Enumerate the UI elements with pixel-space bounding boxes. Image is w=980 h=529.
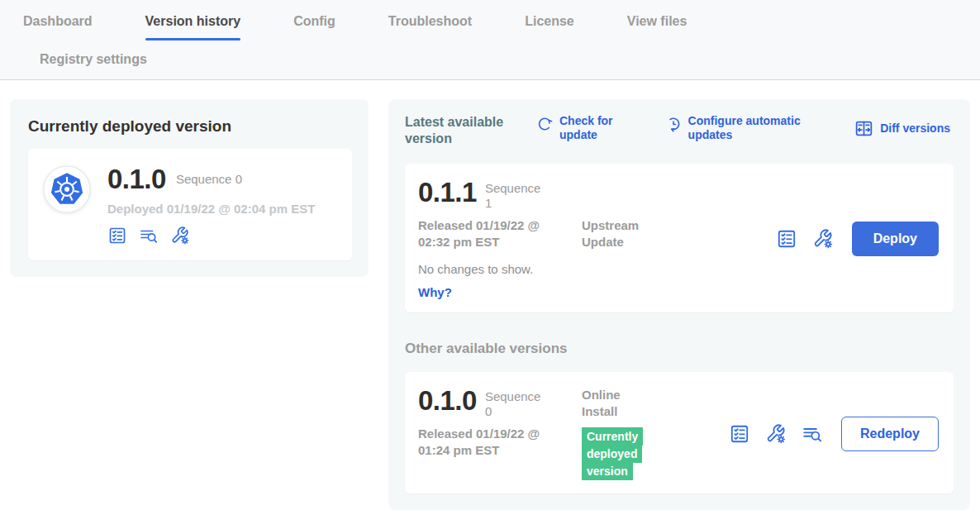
latest-version-header: Latest available version Check for updat… — [405, 114, 954, 147]
wrench-gear-icon[interactable] — [170, 226, 190, 245]
tab-license[interactable]: License — [525, 0, 574, 43]
other-actions-column: Redeploy — [714, 387, 939, 480]
deployed-version-number: 0.1.0 — [107, 165, 166, 193]
other-versions-heading: Other available versions — [405, 341, 954, 357]
logs-icon[interactable] — [802, 423, 823, 445]
currently-deployed-badge-wrap: Currently deployed version — [582, 428, 661, 480]
latest-version-number: 0.1.1 — [418, 179, 477, 207]
version-actions: Check for update Configure automatic upd… — [535, 114, 954, 142]
tab-version-history[interactable]: Version history — [145, 0, 241, 43]
checklist-icon[interactable] — [107, 226, 127, 245]
wrench-gear-icon[interactable] — [812, 228, 834, 250]
other-version-card: 0.1.0 Sequence 0 Released 01/19/22 @ 01:… — [405, 372, 954, 493]
main-content: Currently deployed version — [0, 80, 980, 510]
latest-sequence-label: Sequence 1 — [485, 179, 545, 211]
diff-versions-link[interactable]: Diff versions — [854, 114, 950, 142]
available-versions-panel: Latest available version Check for updat… — [388, 99, 970, 510]
check-for-update-link[interactable]: Check for update — [535, 114, 622, 142]
currently-deployed-title: Currently deployed version — [28, 117, 352, 136]
nav-row-1: Dashboard Version history Config Trouble… — [0, 0, 980, 43]
redeploy-button[interactable]: Redeploy — [841, 417, 939, 451]
latest-actions-column: Deploy — [761, 179, 939, 299]
deployed-action-icons — [107, 226, 315, 245]
currently-deployed-panel: Currently deployed version — [10, 99, 369, 277]
currently-deployed-badge: Currently deployed version — [582, 427, 643, 480]
wrench-gear-icon[interactable] — [765, 423, 787, 445]
deployed-version-info: 0.1.0 Sequence 0 Deployed 01/19/22 @ 02:… — [107, 165, 315, 245]
latest-source-column: Upstream Update — [582, 179, 714, 299]
other-sequence-label: Sequence 0 — [485, 387, 545, 419]
top-nav: Dashboard Version history Config Trouble… — [0, 0, 980, 80]
checklist-icon[interactable] — [729, 423, 750, 445]
tab-config[interactable]: Config — [293, 0, 335, 43]
checklist-icon[interactable] — [776, 228, 797, 250]
latest-version-card: 0.1.1 Sequence 1 Released 01/19/22 @ 02:… — [405, 164, 954, 312]
other-version-number: 0.1.0 — [418, 387, 477, 415]
tab-registry-settings[interactable]: Registry settings — [40, 43, 147, 79]
auto-update-icon — [664, 115, 683, 133]
kubernetes-logo-icon — [43, 165, 91, 213]
other-version-info: 0.1.0 Sequence 0 Released 01/19/22 @ 01:… — [418, 387, 582, 480]
deployed-sequence-label: Sequence 0 — [176, 165, 242, 187]
configure-automatic-updates-link[interactable]: Configure automatic updates — [664, 114, 812, 142]
no-changes-text: No changes to show. — [418, 262, 582, 276]
tab-view-files[interactable]: View files — [627, 0, 687, 43]
tab-troubleshoot[interactable]: Troubleshoot — [388, 0, 472, 43]
latest-source-label: Upstream Update — [582, 217, 656, 250]
other-source-label: Online Install — [582, 387, 656, 420]
other-source-column: Online Install Currently deployed versio… — [582, 387, 714, 480]
latest-version-title: Latest available version — [405, 114, 529, 147]
tab-dashboard[interactable]: Dashboard — [23, 0, 93, 43]
deployed-timestamp: Deployed 01/19/22 @ 02:04 pm EST — [107, 202, 315, 216]
nav-row-2: Registry settings — [0, 43, 980, 79]
latest-version-info: 0.1.1 Sequence 1 Released 01/19/22 @ 02:… — [418, 179, 582, 299]
other-released-timestamp: Released 01/19/22 @ 01:24 pm EST — [418, 426, 571, 459]
deploy-button[interactable]: Deploy — [852, 222, 939, 256]
latest-released-timestamp: Released 01/19/22 @ 02:32 pm EST — [418, 217, 571, 250]
diff-icon — [854, 118, 874, 139]
logs-icon[interactable] — [139, 226, 159, 245]
deployed-version-card: 0.1.0 Sequence 0 Deployed 01/19/22 @ 02:… — [28, 149, 352, 260]
refresh-icon — [535, 115, 554, 133]
why-link[interactable]: Why? — [418, 285, 582, 299]
